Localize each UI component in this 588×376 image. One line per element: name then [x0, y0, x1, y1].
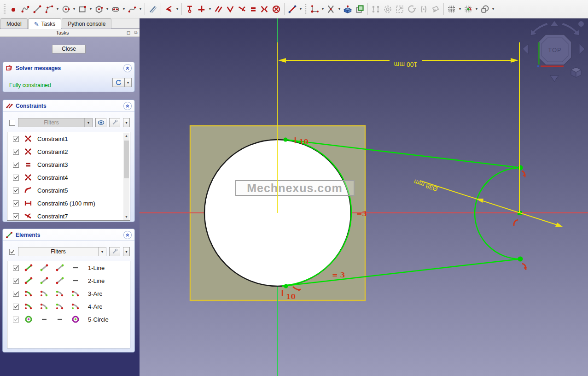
close-button[interactable]: Close — [52, 45, 86, 53]
block-constraint-icon[interactable] — [270, 3, 282, 15]
rotate-icon[interactable] — [406, 3, 418, 15]
constraint-row[interactable]: Constraint6 (100 mm) — [7, 197, 130, 210]
element-row[interactable]: 2-Line — [7, 274, 130, 287]
split-edge-dropdown[interactable]: ▾ — [337, 3, 342, 15]
rectangle-icon[interactable] — [76, 3, 88, 15]
vertex-dot[interactable] — [518, 165, 523, 170]
perpendicular-constraint-icon[interactable] — [224, 3, 236, 15]
slot-dropdown[interactable]: ▾ — [122, 3, 126, 15]
snap-toggle-icon[interactable] — [462, 3, 474, 15]
toggle-construction-dropdown[interactable]: ▾ — [298, 3, 303, 15]
collapse-chevron-icon[interactable] — [123, 231, 132, 239]
constraint-checkbox[interactable] — [13, 162, 19, 168]
select-conflicting-icon[interactable] — [370, 3, 382, 15]
select-origin-dropdown[interactable]: ▾ — [320, 3, 325, 15]
render-order-icon[interactable] — [479, 3, 491, 15]
dimension-icon[interactable] — [163, 3, 175, 15]
collapse-chevron-icon[interactable] — [123, 102, 132, 110]
elements-header[interactable]: Elements — [3, 229, 134, 241]
equal-constraint-icon[interactable] — [248, 3, 258, 15]
constraints-scrollbar[interactable]: ▲ ▼ — [123, 133, 129, 220]
b-spline-icon[interactable] — [126, 3, 138, 15]
clone-icon[interactable] — [382, 3, 394, 15]
line-icon[interactable] — [31, 3, 43, 15]
elements-filter-checkbox[interactable] — [9, 249, 15, 255]
navigation-cube[interactable]: TOP — [523, 21, 585, 82]
render-order-dropdown[interactable]: ▾ — [491, 3, 495, 15]
b-spline-dropdown[interactable]: ▾ — [138, 3, 143, 15]
construction-line-icon[interactable] — [147, 3, 159, 15]
constraints-filter-checkbox[interactable] — [9, 120, 15, 126]
element-row[interactable]: 4-Arc — [7, 300, 130, 313]
polygon-icon[interactable] — [93, 3, 105, 15]
constraints-filter-combo[interactable]: Filters ▾ — [18, 118, 93, 127]
update-solver-button[interactable] — [112, 78, 124, 87]
grid-dropdown[interactable]: ▾ — [458, 3, 462, 15]
rectangle-dropdown[interactable]: ▾ — [88, 3, 93, 15]
polyline-icon[interactable] — [19, 3, 31, 15]
float-icon[interactable]: ⧉ — [132, 30, 140, 35]
nav-mini-cube[interactable] — [571, 67, 581, 77]
elements-filter-combo[interactable]: Filters ▾ — [18, 247, 106, 256]
elements-settings-button[interactable] — [109, 247, 120, 256]
element-checkbox[interactable] — [13, 291, 19, 297]
vertex-dot[interactable] — [284, 138, 288, 142]
3d-viewport[interactable]: Mechnexus.com 100 mm Ø38 mm — [140, 18, 588, 376]
scroll-down-icon[interactable]: ▼ — [123, 214, 129, 220]
symmetry-icon[interactable] — [418, 3, 430, 15]
element-checkbox[interactable] — [13, 278, 19, 284]
constraint-checkbox[interactable] — [13, 149, 19, 155]
nav-right-arrow[interactable] — [579, 44, 585, 54]
constraint-row[interactable]: Constraint7 — [7, 210, 130, 223]
tab-model[interactable]: Model — [0, 18, 28, 29]
nav-left-arrow[interactable] — [523, 44, 528, 54]
tab-python-console[interactable]: Python console — [62, 18, 111, 29]
rotate-left-arrow[interactable] — [530, 23, 548, 35]
element-row[interactable]: 1-Line — [7, 261, 130, 274]
dimension-dropdown[interactable]: ▾ — [175, 3, 180, 15]
parallel-constraint-icon[interactable] — [212, 3, 224, 15]
grid-toggle-icon[interactable] — [446, 3, 458, 15]
constraint-row[interactable]: Constraint3 — [7, 158, 130, 171]
select-origin-icon[interactable] — [309, 3, 320, 15]
solver-messages-header[interactable]: Solver messages — [3, 62, 134, 74]
element-row[interactable]: 3-Arc — [7, 287, 130, 300]
constraint-row[interactable]: Constraint4 — [7, 171, 130, 184]
constraint-checkbox[interactable] — [13, 175, 19, 181]
horizontal-vertical-constraint-icon[interactable] — [196, 3, 208, 15]
collapse-chevron-icon[interactable] — [123, 64, 132, 72]
slot-icon[interactable] — [110, 3, 122, 15]
constraints-settings-dropdown[interactable]: ▾ — [123, 118, 130, 127]
symmetric-constraint-icon[interactable] — [258, 3, 270, 15]
element-checkbox[interactable] — [13, 304, 19, 310]
rotate-right-arrow[interactable] — [562, 23, 579, 35]
toggle-construction-icon[interactable] — [286, 3, 298, 15]
constraint-row[interactable]: Constraint5 — [7, 184, 130, 197]
nav-up-arrow[interactable] — [550, 21, 559, 26]
toolbar-drag-handle-2[interactable] — [304, 4, 307, 15]
move-icon[interactable] — [430, 3, 442, 15]
nav-dot[interactable] — [578, 21, 584, 27]
polygon-dropdown[interactable]: ▾ — [105, 3, 110, 15]
constraint-checkbox[interactable] — [13, 136, 19, 142]
toolbar-drag-handle[interactable] — [3, 4, 6, 15]
scale-icon[interactable] — [394, 3, 406, 15]
vertex-dot[interactable] — [284, 284, 288, 288]
tab-tasks[interactable]: ✎Tasks — [28, 18, 62, 29]
carbon-copy-icon[interactable] — [354, 3, 366, 15]
arc-icon[interactable] — [43, 3, 55, 15]
dimension-diameter[interactable]: Ø38 mm — [413, 178, 563, 227]
constraint-row[interactable]: Constraint2 — [7, 145, 130, 158]
element-checkbox[interactable] — [13, 265, 19, 271]
nav-down-arrow[interactable] — [550, 76, 559, 82]
solver-options-dropdown[interactable]: ▾ — [124, 78, 132, 87]
circle-dropdown[interactable]: ▾ — [72, 3, 76, 15]
vertex-dot[interactable] — [518, 257, 523, 262]
element-row[interactable]: 5-Circle — [7, 313, 130, 326]
elements-settings-dropdown[interactable]: ▾ — [123, 247, 130, 256]
horizontal-vertical-dropdown[interactable]: ▾ — [208, 3, 212, 15]
arc-dropdown[interactable]: ▾ — [55, 3, 60, 15]
show-hide-constraints-button[interactable] — [95, 118, 106, 127]
scrollbar-thumb[interactable] — [124, 141, 129, 178]
distance-vertical-icon[interactable] — [184, 3, 196, 15]
